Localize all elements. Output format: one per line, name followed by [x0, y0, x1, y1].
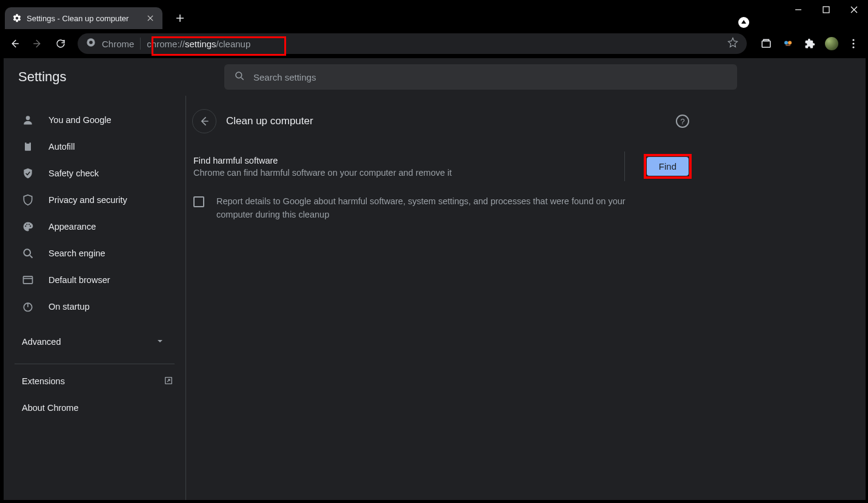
sidebar-item-label: Default browser	[48, 275, 110, 285]
find-button[interactable]: Find	[647, 157, 689, 176]
new-tab-button[interactable]	[171, 9, 189, 27]
svg-point-5	[784, 41, 788, 45]
svg-rect-0	[823, 7, 829, 13]
tab-strip: Settings - Clean up computer	[0, 0, 868, 29]
svg-point-19	[24, 249, 30, 256]
sidebar-item-appearance[interactable]: Appearance	[4, 213, 176, 240]
settings-sidebar: You and Google Autofill Safety check Pri…	[4, 96, 185, 500]
settings-title: Settings	[18, 69, 224, 85]
browser-toolbar: Chrome chrome://settings/cleanup	[0, 29, 868, 58]
find-harmful-desc: Chrome can find harmful software on your…	[193, 168, 452, 178]
browser-icon	[22, 274, 34, 286]
svg-point-18	[30, 225, 31, 227]
url-text: chrome://settings/cleanup	[147, 39, 250, 49]
page-title: Clean up computer	[226, 115, 666, 127]
sidebar-item-default-browser[interactable]: Default browser	[4, 267, 176, 293]
svg-rect-4	[764, 39, 769, 41]
close-window-button[interactable]	[840, 0, 868, 19]
sidebar-extensions-link[interactable]: Extensions	[4, 368, 185, 395]
svg-point-10	[852, 46, 854, 48]
svg-rect-14	[27, 142, 30, 144]
collections-icon[interactable]	[756, 34, 776, 53]
sidebar-item-on-startup[interactable]: On startup	[4, 293, 176, 320]
browser-tab[interactable]: Settings - Clean up computer	[5, 7, 162, 29]
svg-point-11	[236, 72, 242, 78]
external-link-icon	[164, 376, 173, 387]
nav-forward-button[interactable]	[28, 34, 47, 53]
svg-point-12	[26, 116, 30, 120]
origin-label: Chrome	[102, 39, 134, 49]
power-icon	[22, 301, 34, 313]
sidebar-item-autofill[interactable]: Autofill	[4, 133, 176, 160]
report-checkbox[interactable]	[193, 196, 204, 207]
sidebar-about-chrome[interactable]: About Chrome	[4, 395, 185, 421]
extensions-puzzle-icon[interactable]	[800, 34, 820, 53]
svg-point-9	[852, 42, 854, 44]
palette-icon	[22, 221, 34, 233]
tab-title: Settings - Clean up computer	[27, 14, 141, 23]
report-text: Report details to Google about harmful s…	[216, 195, 653, 222]
sidebar-item-label: Autofill	[48, 142, 75, 152]
page-header: Clean up computer ?	[186, 109, 699, 133]
svg-rect-20	[24, 276, 33, 284]
svg-point-16	[26, 224, 27, 225]
gear-icon	[12, 13, 22, 23]
maximize-button[interactable]	[812, 0, 840, 19]
settings-header: Settings	[4, 58, 866, 96]
svg-point-8	[852, 39, 854, 41]
svg-point-2	[89, 41, 93, 44]
extension-item-icon[interactable]	[778, 34, 798, 53]
search-settings-input[interactable]	[253, 72, 727, 82]
address-bar[interactable]: Chrome chrome://settings/cleanup	[78, 33, 747, 54]
search-settings-box[interactable]	[224, 64, 737, 90]
find-harmful-text: Find harmful software Chrome can find ha…	[193, 156, 452, 178]
sidebar-item-label: Safety check	[48, 168, 99, 178]
settings-main-panel: Clean up computer ? Find harmful softwar…	[185, 96, 866, 500]
chevron-down-icon	[156, 337, 164, 347]
clipboard-icon	[22, 141, 34, 153]
find-harmful-section: Find harmful software Chrome can find ha…	[186, 154, 699, 222]
sidebar-divider	[15, 364, 175, 364]
svg-point-15	[25, 225, 26, 227]
page-back-button[interactable]	[192, 109, 216, 133]
extension-icons	[756, 34, 863, 53]
sidebar-item-you-and-google[interactable]: You and Google	[4, 107, 176, 133]
search-icon	[22, 247, 34, 259]
svg-point-17	[28, 224, 30, 225]
report-row: Report details to Google about harmful s…	[193, 195, 692, 222]
sidebar-item-search-engine[interactable]: Search engine	[4, 240, 176, 267]
window-controls	[784, 0, 868, 19]
about-label: About Chrome	[22, 403, 79, 413]
profile-avatar[interactable]	[822, 34, 841, 53]
help-icon[interactable]: ?	[676, 115, 689, 128]
bookmark-star-icon[interactable]	[727, 37, 738, 50]
reload-button[interactable]	[51, 34, 70, 53]
sidebar-item-label: On startup	[48, 302, 90, 311]
advanced-label: Advanced	[22, 337, 61, 347]
divider	[140, 38, 141, 50]
sidebar-item-privacy-security[interactable]: Privacy and security	[4, 187, 176, 213]
minimize-button[interactable]	[784, 0, 812, 19]
search-icon	[234, 70, 245, 84]
sidebar-item-safety-check[interactable]: Safety check	[4, 160, 176, 187]
nav-back-button[interactable]	[5, 34, 24, 53]
svg-rect-3	[762, 41, 770, 48]
section-divider	[624, 152, 625, 181]
person-icon	[22, 114, 34, 126]
shield-check-icon	[22, 167, 34, 179]
sidebar-advanced-toggle[interactable]: Advanced	[4, 328, 176, 355]
svg-point-6	[788, 41, 792, 45]
extensions-label: Extensions	[22, 376, 65, 386]
svg-rect-7	[786, 45, 790, 46]
settings-page: Settings You and Google Autofill	[4, 58, 866, 500]
badge-icon[interactable]	[738, 17, 749, 28]
close-tab-button[interactable]	[145, 13, 155, 23]
chrome-menu-button[interactable]	[844, 34, 863, 53]
shield-icon	[22, 194, 34, 206]
svg-rect-13	[25, 142, 31, 150]
sidebar-item-label: Search engine	[48, 248, 105, 258]
sidebar-item-label: You and Google	[48, 115, 111, 125]
sidebar-item-label: Privacy and security	[48, 195, 127, 205]
chrome-icon	[86, 38, 96, 50]
find-harmful-title: Find harmful software	[193, 156, 452, 165]
